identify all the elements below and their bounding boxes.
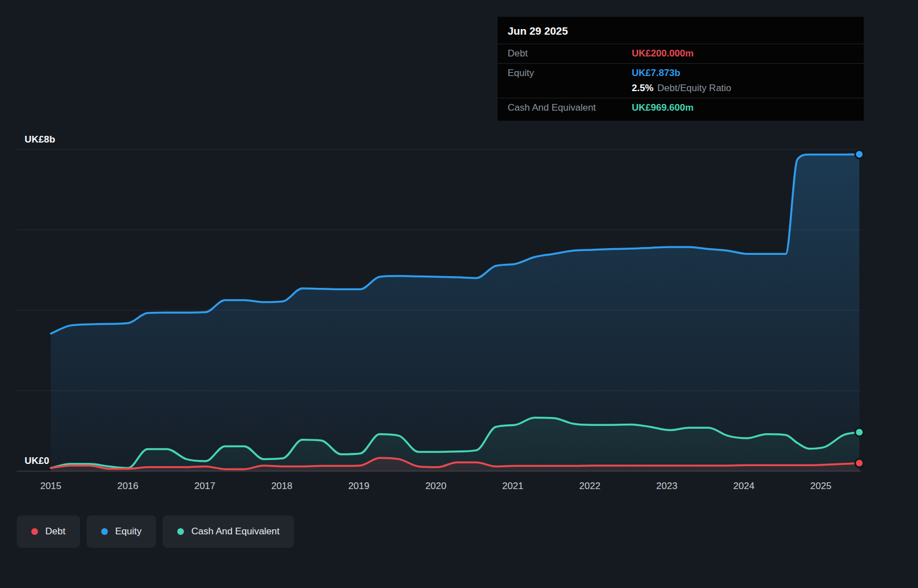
x-tick-label: 2020	[398, 481, 475, 492]
tooltip-date: Jun 29 2025	[498, 17, 864, 44]
x-axis: 2015201620172018201920202021202220232024…	[12, 481, 859, 492]
tooltip-row-equity: Equity UK£7.873b	[498, 64, 864, 83]
x-tick-label: 2024	[706, 481, 783, 492]
tooltip-cash-value: UK£969.600m	[632, 102, 854, 113]
equity-endpoint-marker[interactable]	[855, 150, 864, 159]
x-tick-label: 2019	[320, 481, 398, 492]
tooltip-debt-label: Debt	[508, 48, 632, 59]
tooltip-row-ratio: 2.5%Debt/Equity Ratio	[498, 83, 864, 98]
x-tick-label: 2017	[166, 481, 243, 492]
legend-item-cash[interactable]: Cash And Equivalent	[163, 515, 294, 548]
tooltip-cash-label: Cash And Equivalent	[508, 102, 632, 113]
chart-legend: Debt Equity Cash And Equivalent	[17, 515, 294, 548]
x-tick-label: 2018	[243, 481, 320, 492]
x-tick-label: 2015	[12, 481, 89, 492]
tooltip-debt-value: UK£200.000m	[632, 48, 854, 59]
y-axis-label-top: UK£8b	[25, 134, 55, 145]
debt-legend-dot-icon	[31, 528, 38, 535]
legend-item-debt[interactable]: Debt	[17, 515, 80, 548]
tooltip-ratio: 2.5%Debt/Equity Ratio	[632, 83, 854, 94]
tooltip-equity-label: Equity	[508, 68, 632, 79]
legend-label-equity: Equity	[115, 526, 141, 537]
tooltip-ratio-value: 2.5%	[632, 83, 654, 93]
x-tick-label: 2022	[551, 481, 628, 492]
tooltip-ratio-label: Debt/Equity Ratio	[657, 83, 731, 93]
legend-label-cash: Cash And Equivalent	[191, 526, 280, 537]
legend-item-equity[interactable]: Equity	[87, 515, 156, 548]
x-tick-label: 2021	[474, 481, 551, 492]
x-tick-label: 2025	[782, 481, 859, 492]
chart-tooltip: Jun 29 2025 Debt UK£200.000m Equity UK£7…	[498, 17, 864, 121]
cash-and-equivalent-endpoint-marker[interactable]	[855, 428, 864, 437]
tooltip-equity-value: UK£7.873b	[632, 68, 854, 79]
debt-endpoint-marker[interactable]	[855, 459, 864, 467]
cash-legend-dot-icon	[177, 528, 184, 535]
tooltip-row-cash: Cash And Equivalent UK£969.600m	[498, 98, 864, 121]
x-tick-label: 2023	[628, 481, 706, 492]
y-axis-label-zero: UK£0	[25, 456, 49, 467]
legend-label-debt: Debt	[45, 526, 65, 537]
tooltip-row-debt: Debt UK£200.000m	[498, 44, 864, 64]
equity-legend-dot-icon	[101, 528, 108, 535]
x-tick-label: 2016	[89, 481, 167, 492]
